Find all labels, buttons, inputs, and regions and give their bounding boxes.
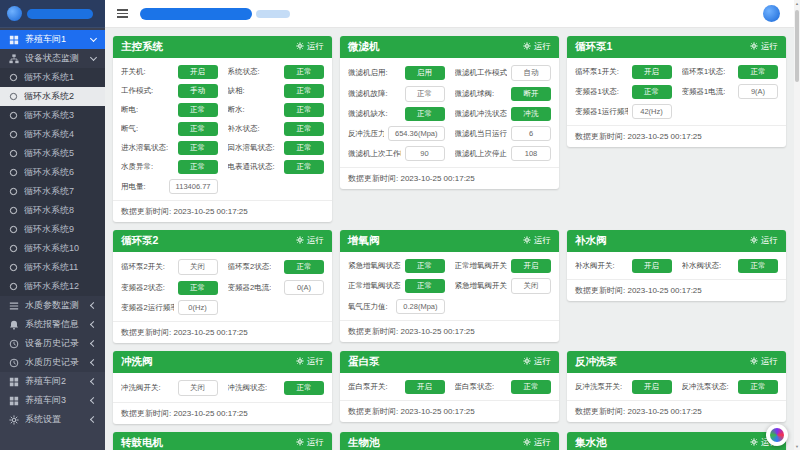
sidebar-item-label: 循环水系统11 xyxy=(24,261,96,274)
field-row: 蛋白泵开关:开启 xyxy=(348,380,445,394)
card-body: 开关机:开启系统状态:正常工作模式:手动缺相:正常断电:正常断水:正常断气:正常… xyxy=(113,58,332,200)
sidebar-item-label: 循环水系统1 xyxy=(24,71,96,84)
run-status-label: 运行 xyxy=(534,356,551,368)
run-status-button[interactable]: 运行 xyxy=(523,437,551,449)
field-row: 反冲洗压力:654.36(Mpa) xyxy=(348,126,445,141)
field-row: 缺相:正常 xyxy=(228,84,325,98)
status-badge: 113406.77 xyxy=(169,179,218,194)
card-drum-motor: 转鼓电机运行转鼓电机开关:开启转鼓电机状态:正常数据更新时间: 2023-10-… xyxy=(113,432,332,450)
status-badge: 654.36(Mpa) xyxy=(388,126,445,141)
sidebar-item-circulation-system-11[interactable]: 循环水系统11 xyxy=(0,258,105,277)
page-title-redacted xyxy=(140,8,252,20)
sidebar-item-label: 循环水系统6 xyxy=(24,166,96,179)
update-time-value: 2023-10-25 00:17:25 xyxy=(173,328,247,337)
sidebar-item-water-quality-params[interactable]: 水质参数监测 xyxy=(0,296,105,315)
vertical-scrollbar[interactable]: ▲ ▼ xyxy=(794,0,800,450)
status-badge: 0(Hz) xyxy=(178,300,218,315)
sidebar-item-label: 循环水系统8 xyxy=(24,204,96,217)
field-row: 微滤机故障:正常 xyxy=(348,86,445,102)
sidebar-item-label: 水质历史记录 xyxy=(25,356,83,369)
field-row: 工作模式:手动 xyxy=(121,84,218,98)
run-status-button[interactable]: 运行 xyxy=(296,437,324,449)
run-status-button[interactable]: 运行 xyxy=(296,235,324,247)
status-badge: 正常 xyxy=(178,122,218,136)
status-badge: 手动 xyxy=(178,84,218,98)
run-status-button[interactable]: 运行 xyxy=(296,41,324,53)
card-footer: 数据更新时间: 2023-10-25 00:17:25 xyxy=(113,321,332,343)
field-label: 变频器1运行频率: xyxy=(575,107,628,117)
sidebar-item-workshop-1[interactable]: 养殖车间1 xyxy=(0,30,105,49)
scroll-down-icon[interactable]: ▼ xyxy=(794,444,800,449)
floating-widget-button[interactable] xyxy=(766,424,788,446)
sidebar-item-label: 循环水系统2 xyxy=(24,90,96,103)
card-title: 转鼓电机 xyxy=(121,436,163,450)
sidebar-item-circulation-system-9[interactable]: 循环水系统9 xyxy=(0,220,105,239)
scroll-up-icon[interactable]: ▲ xyxy=(794,1,800,6)
status-badge: 正常 xyxy=(284,122,324,136)
run-status-button[interactable]: 运行 xyxy=(523,41,551,53)
update-time-value: 2023-10-25 00:17:25 xyxy=(173,409,247,418)
sidebar-item-circulation-system-3[interactable]: 循环水系统3 xyxy=(0,106,105,125)
user-avatar[interactable] xyxy=(763,5,780,22)
scrollbar-thumb[interactable] xyxy=(795,10,799,82)
run-status-button[interactable]: 运行 xyxy=(523,356,551,368)
field-label: 水质异常: xyxy=(121,162,153,172)
status-badge: 0.28(Mpa) xyxy=(396,299,444,314)
update-time-label: 数据更新时间: xyxy=(575,286,625,295)
run-status-button[interactable]: 运行 xyxy=(296,356,324,368)
sidebar-item-circulation-system-6[interactable]: 循环水系统6 xyxy=(0,163,105,182)
field-label: 断水: xyxy=(228,105,245,115)
update-time-label: 数据更新时间: xyxy=(348,327,398,336)
status-badge: 关闭 xyxy=(178,259,218,275)
status-badge: 正常 xyxy=(284,84,324,98)
field-label: 微滤机冲洗状态: xyxy=(455,109,508,119)
field-label: 微滤机当日运行次数: xyxy=(455,129,508,139)
sidebar-item-system-alarms[interactable]: 系统报警信息 xyxy=(0,315,105,334)
run-status-button[interactable]: 运行 xyxy=(750,235,778,247)
run-status-button[interactable]: 运行 xyxy=(750,356,778,368)
chevron-left-icon xyxy=(90,321,97,328)
status-badge: 90 xyxy=(405,146,445,161)
card-header: 循环泵2运行 xyxy=(113,230,332,252)
chevron-down-icon xyxy=(90,54,97,61)
field-row: 进水溶氧状态:正常 xyxy=(121,141,218,155)
run-status-label: 运行 xyxy=(761,356,778,368)
field-label: 循环泵2开关: xyxy=(121,262,165,272)
card-circulation-pump-2: 循环泵2运行循环泵2开关:关闭循环泵2状态:正常变频器2状态:正常变频器2电流:… xyxy=(113,230,332,343)
sidebar-item-circulation-system-8[interactable]: 循环水系统8 xyxy=(0,201,105,220)
circle-icon xyxy=(9,168,18,177)
sidebar-item-circulation-system-2[interactable]: 循环水系统2 xyxy=(0,87,105,106)
field-row: 微滤机启用:启用 xyxy=(348,65,445,81)
chevron-left-icon xyxy=(90,416,97,423)
status-badge: 正常 xyxy=(178,103,218,117)
run-status-button[interactable]: 运行 xyxy=(750,41,778,53)
sidebar-item-circulation-system-5[interactable]: 循环水系统5 xyxy=(0,144,105,163)
hamburger-icon[interactable] xyxy=(117,9,128,18)
field-label: 微滤机缺水: xyxy=(348,109,388,119)
sidebar-item-workshop-2[interactable]: 养殖车间2 xyxy=(0,372,105,391)
sidebar-item-device-status-monitor[interactable]: 设备状态监测 xyxy=(0,49,105,68)
sidebar-item-device-history[interactable]: 设备历史记录 xyxy=(0,334,105,353)
field-row: 水质异常:正常 xyxy=(121,160,218,174)
card-title: 冲洗阀 xyxy=(121,355,153,369)
run-status-button[interactable]: 运行 xyxy=(523,235,551,247)
card-title: 蛋白泵 xyxy=(348,355,380,369)
field-row: 冲洗阀状态:正常 xyxy=(228,380,325,396)
sidebar-item-circulation-system-1[interactable]: 循环水系统1 xyxy=(0,68,105,87)
run-status-label: 运行 xyxy=(534,235,551,247)
sidebar-item-workshop-3[interactable]: 养殖车间3 xyxy=(0,391,105,410)
status-badge: 9(A) xyxy=(738,84,778,99)
grid-icon xyxy=(9,396,19,406)
chevron-left-icon xyxy=(90,302,97,309)
sidebar-item-water-quality-history[interactable]: 水质历史记录 xyxy=(0,353,105,372)
card-header: 生物池运行 xyxy=(340,432,559,450)
sidebar-item-circulation-system-12[interactable]: 循环水系统12 xyxy=(0,277,105,296)
status-badge: 42(Hz) xyxy=(632,104,672,119)
field-label: 冲洗阀状态: xyxy=(228,383,268,393)
sidebar-item-circulation-system-4[interactable]: 循环水系统4 xyxy=(0,125,105,144)
circle-icon xyxy=(9,282,18,291)
sidebar-item-circulation-system-7[interactable]: 循环水系统7 xyxy=(0,182,105,201)
card-body: 补水阀开关:开启补水阀状态:正常 xyxy=(567,252,786,279)
sidebar-item-circulation-system-10[interactable]: 循环水系统10 xyxy=(0,239,105,258)
sidebar-item-system-settings[interactable]: 系统设置 xyxy=(0,410,105,429)
